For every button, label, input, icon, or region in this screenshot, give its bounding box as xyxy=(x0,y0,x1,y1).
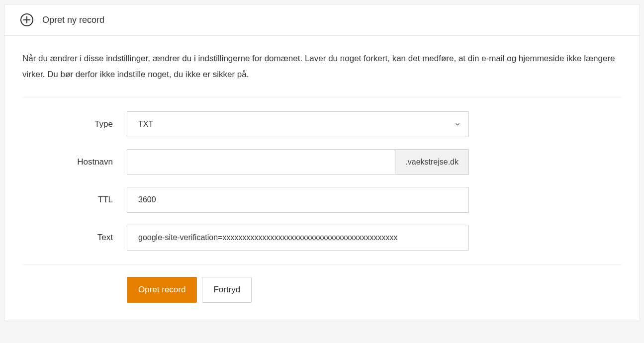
label-text: Text xyxy=(22,233,127,243)
dns-record-card: Opret ny record Når du ændrer i disse in… xyxy=(4,4,640,321)
plus-circle-icon xyxy=(20,13,33,26)
divider-top xyxy=(22,97,622,97)
type-select[interactable]: TXT xyxy=(127,111,469,137)
label-hostname: Hostnavn xyxy=(22,157,127,167)
warning-text: Når du ændrer i disse indstillinger, ænd… xyxy=(22,51,622,83)
card-header[interactable]: Opret ny record xyxy=(4,4,640,36)
form-row-hostname: Hostnavn .vaekstrejse.dk xyxy=(22,149,622,175)
label-ttl: TTL xyxy=(22,195,127,205)
button-row: Opret record Fortryd xyxy=(22,277,622,303)
card-title: Opret ny record xyxy=(42,15,104,25)
cancel-button[interactable]: Fortryd xyxy=(202,277,252,303)
text-input[interactable] xyxy=(127,225,469,251)
form-row-text: Text xyxy=(22,225,622,251)
hostname-suffix: .vaekstrejse.dk xyxy=(395,149,469,175)
ttl-input[interactable] xyxy=(127,187,469,213)
type-select-wrap: TXT xyxy=(127,111,469,137)
form-row-type: Type TXT xyxy=(22,111,622,137)
divider-bottom xyxy=(22,264,622,265)
card-body: Når du ændrer i disse indstillinger, ænd… xyxy=(4,36,640,321)
submit-button[interactable]: Opret record xyxy=(127,277,197,303)
form-row-ttl: TTL xyxy=(22,187,622,213)
hostname-input[interactable] xyxy=(127,149,395,175)
label-type: Type xyxy=(22,119,127,129)
